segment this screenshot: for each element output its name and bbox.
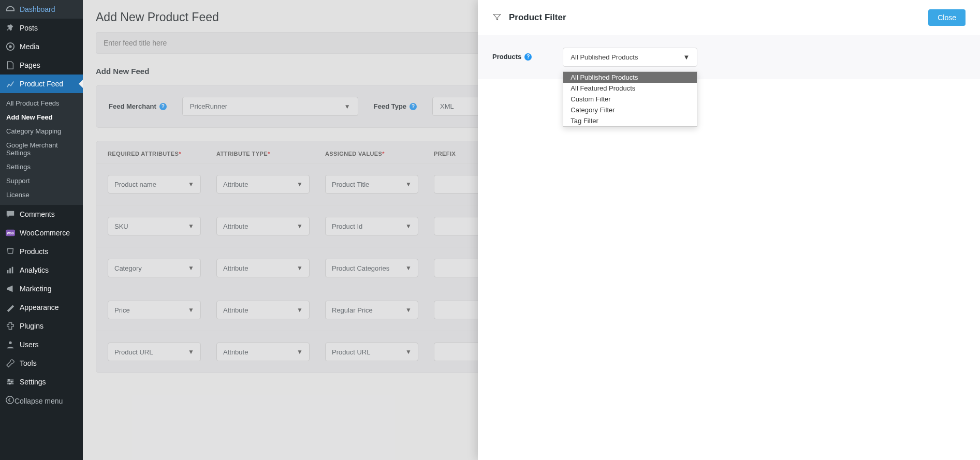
dropdown-option[interactable]: Category Filter [563,105,697,115]
sidebar-item-media[interactable]: Media [0,37,83,56]
assigned-value-select[interactable]: Product URL▼ [325,343,418,361]
sidebar-item-label: Pages [20,61,40,69]
appearance-icon [5,302,16,313]
sidebar-subitem-add-new-feed[interactable]: Add New Feed [0,110,83,124]
dropdown-option[interactable]: All Featured Products [563,83,697,94]
attribute-type-select[interactable]: Attribute▼ [216,175,310,194]
sidebar-subitem-license[interactable]: License [0,188,83,202]
attribute-type-select[interactable]: Attribute▼ [216,301,310,319]
svg-point-10 [8,379,10,381]
sidebar-item-plugins[interactable]: Plugins [0,317,83,335]
feed-type-label: Feed Type ? [374,102,417,110]
chevron-down-icon: ▼ [188,348,194,355]
svg-rect-3 [7,270,9,273]
products-select[interactable]: All Published Products ▼ [563,48,697,67]
sidebar-item-appearance[interactable]: Appearance [0,298,83,317]
feed-merchant-select[interactable]: PriceRunner ▼ [182,97,358,116]
sidebar-item-label: Plugins [20,322,43,330]
sidebar-item-settings[interactable]: Settings [0,373,83,391]
svg-point-0 [9,45,11,48]
sidebar-submenu: All Product FeedsAdd New FeedCategory Ma… [0,93,83,205]
sidebar-item-dashboard[interactable]: Dashboard [0,0,83,19]
chevron-down-icon: ▼ [297,222,303,230]
help-icon[interactable]: ? [524,53,532,61]
chevron-down-icon: ▼ [188,264,194,272]
chart-icon [5,79,16,89]
sidebar-item-label: Users [20,340,39,349]
sidebar-item-products[interactable]: Products [0,242,83,261]
pin-icon [5,23,16,33]
required-attribute-select[interactable]: Price▼ [108,301,201,319]
chevron-down-icon: ▼ [344,103,350,110]
sidebar-item-users[interactable]: Users [0,335,83,354]
sidebar-item-label: Posts [20,24,38,32]
sidebar-item-product-feed[interactable]: Product Feed [0,75,83,93]
sidebar-item-analytics[interactable]: Analytics [0,261,83,279]
chevron-down-icon: ▼ [683,53,690,61]
settings-icon [5,377,16,387]
comment-icon [5,209,16,219]
sidebar-item-comments[interactable]: Comments [0,205,83,224]
sidebar-item-label: Dashboard [20,5,55,13]
sidebar-item-label: Product Feed [20,80,63,88]
assigned-value-select[interactable]: Regular Price▼ [325,301,418,319]
products-dropdown: All Published ProductsAll Featured Produ… [563,71,697,127]
sidebar-subitem-settings[interactable]: Settings [0,160,83,174]
page-icon [5,60,16,70]
sidebar-item-label: Marketing [20,285,51,293]
chevron-down-icon: ▼ [405,181,412,188]
sidebar-item-posts[interactable]: Posts [0,19,83,37]
analytics-icon [5,265,16,275]
collapse-menu[interactable]: Collapse menu [0,391,83,410]
chevron-down-icon: ▼ [188,306,194,314]
svg-rect-5 [12,267,13,274]
chevron-down-icon: ▼ [188,222,194,230]
users-icon [5,339,16,350]
marketing-icon [5,284,16,294]
assigned-value-select[interactable]: Product Title▼ [325,175,418,194]
admin-sidebar: DashboardPostsMediaPagesProduct FeedAll … [0,0,83,460]
svg-point-11 [11,381,13,383]
dashboard-icon [5,4,16,14]
chevron-down-icon: ▼ [405,306,412,314]
dropdown-option[interactable]: Tag Filter [563,115,697,126]
filter-icon [492,12,502,23]
sidebar-subitem-google-merchant-settings[interactable]: Google Merchant Settings [0,138,83,160]
sidebar-item-marketing[interactable]: Marketing [0,279,83,298]
svg-point-13 [6,396,13,404]
panel-title: Product Filter [509,12,566,23]
assigned-value-select[interactable]: Product Categories▼ [325,259,418,277]
chevron-down-icon: ▼ [297,264,303,272]
sidebar-subitem-support[interactable]: Support [0,174,83,188]
sidebar-subitem-category-mapping[interactable]: Category Mapping [0,124,83,138]
products-label: Products ? [492,48,532,61]
sidebar-item-pages[interactable]: Pages [0,56,83,75]
sidebar-item-label: WooCommerce [20,229,70,237]
sidebar-item-label: Products [20,247,48,256]
sidebar-item-label: Tools [20,359,37,367]
close-button[interactable]: Close [928,9,966,26]
feed-merchant-label: Feed Merchant ? [109,102,167,110]
sidebar-subitem-all-product-feeds[interactable]: All Product Feeds [0,96,83,110]
attribute-type-select[interactable]: Attribute▼ [216,343,310,361]
attribute-type-select[interactable]: Attribute▼ [216,217,310,235]
help-icon[interactable]: ? [159,103,167,110]
required-attribute-select[interactable]: Product name▼ [108,175,201,194]
chevron-down-icon: ▼ [405,264,412,272]
sidebar-item-tools[interactable]: Tools [0,354,83,373]
sidebar-item-woocommerce[interactable]: WooWooCommerce [0,224,83,242]
chevron-down-icon: ▼ [297,181,303,188]
chevron-down-icon: ▼ [405,348,412,355]
attribute-type-select[interactable]: Attribute▼ [216,259,310,277]
required-attribute-select[interactable]: Product URL▼ [108,343,201,361]
required-attribute-select[interactable]: Category▼ [108,259,201,277]
collapse-icon [5,395,14,406]
dropdown-option[interactable]: All Published Products [563,72,697,83]
required-attribute-select[interactable]: SKU▼ [108,217,201,235]
svg-text:Woo: Woo [7,231,14,235]
dropdown-option[interactable]: Custom Filter [563,94,697,105]
assigned-value-select[interactable]: Product Id▼ [325,217,418,235]
svg-point-12 [9,383,11,385]
help-icon[interactable]: ? [409,103,417,110]
chevron-down-icon: ▼ [405,222,412,230]
